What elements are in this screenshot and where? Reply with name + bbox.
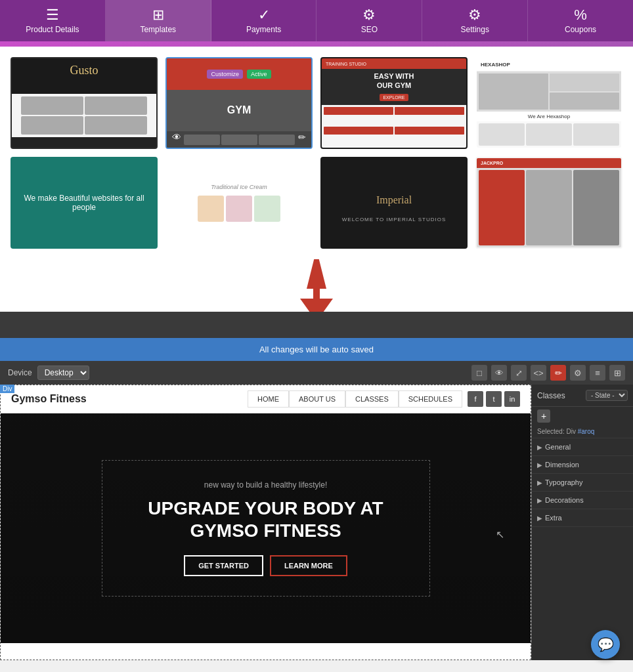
template-card-gym[interactable]: Customize Active GYM 👁 ✏ (165, 57, 313, 149)
easygym-hero: EASY WITHOUR GYM EXPLORE (322, 69, 466, 104)
easygym-item-4 (395, 127, 464, 135)
dimension-label: Dimension (545, 461, 579, 469)
preview-hero: new way to build a healthy lifestyle! UP… (1, 413, 531, 643)
icecream-thumb-1 (198, 196, 224, 222)
hexashop-product-3 (573, 123, 619, 146)
jackpro-title: JACKPRO (481, 161, 503, 165)
panel-section-typography: ▶ Typography (532, 474, 633, 492)
preview-nav-schedules[interactable]: SCHEDULES (399, 390, 462, 408)
dark-separator (0, 312, 633, 338)
device-tools: □ 👁 ⤢ <> ✏ ⚙ ≡ ⊞ (471, 365, 625, 381)
easygym-header: TRAINING STUDIO (322, 58, 466, 69)
easygym-item-3 (324, 127, 393, 135)
state-select[interactable]: - State - Hover Active (586, 390, 628, 401)
panel-section-dimension: ▶ Dimension (532, 456, 633, 474)
template-card-icecream[interactable]: Traditional Ice Cream (165, 157, 313, 249)
classes-label: Classes (537, 391, 583, 400)
jackpro-images (477, 168, 621, 247)
preview-hero-title: UPGRADE YOUR BODY AT GYMSO FITNESS (129, 497, 403, 541)
nav-item-seo[interactable]: ⚙ SEO (316, 0, 422, 41)
preview-nav-classes[interactable]: CLASSES (345, 390, 399, 408)
gym-body: GYM (167, 90, 311, 131)
editor-main: Div Gymso Fitness HOME ABOUT US CLASSES … (0, 385, 633, 660)
add-class-button[interactable]: + (537, 410, 550, 423)
gusto-header: Gusto (12, 58, 156, 94)
preview-nav-home[interactable]: HOME (248, 390, 289, 408)
preview-nav-links: HOME ABOUT US CLASSES SCHEDULES (248, 390, 462, 408)
nav-item-product-details[interactable]: ☰ Product Details (0, 0, 106, 41)
decorations-label: Decorations (545, 496, 584, 504)
gusto-thumb-1 (21, 96, 83, 115)
panel-section-extra: ▶ Extra (532, 509, 633, 527)
get-started-button[interactable]: GET STARTED (184, 555, 263, 576)
tool-code-btn[interactable]: <> (531, 365, 546, 381)
learn-more-button[interactable]: LEARN MORE (270, 555, 347, 576)
jackpro-img-3 (573, 170, 619, 245)
hexashop-tagline: We Are Hexashop (477, 112, 621, 121)
nav-item-coupons[interactable]: % Coupons (528, 0, 633, 41)
device-select[interactable]: Desktop Tablet Mobile (37, 366, 89, 380)
autosave-bar: All changes will be auto saved (0, 338, 633, 361)
tool-grid-btn[interactable]: ⊞ (609, 365, 625, 381)
panel-section-decorations-header[interactable]: ▶ Decorations (532, 492, 633, 509)
gusto-body (12, 94, 156, 137)
tool-settings-btn[interactable]: ⚙ (570, 365, 586, 381)
tool-menu-btn[interactable]: ≡ (590, 365, 605, 381)
general-label: General (545, 443, 571, 451)
chat-button[interactable]: 💬 (591, 630, 620, 659)
nav-label-payments: Payments (246, 25, 281, 34)
panel-section-general-header[interactable]: ▶ General (532, 438, 633, 455)
template-card-gusto[interactable]: Gusto (11, 57, 158, 149)
tool-fullscreen-btn[interactable]: ⤢ (511, 365, 527, 381)
extra-label: Extra (545, 514, 562, 522)
hexashop-logo: HEXASHOP (481, 62, 510, 68)
selected-type-label: Selected: (537, 428, 565, 435)
hexashop-hero (477, 72, 621, 112)
template-card-hexashop[interactable]: HEXASHOP We Are Hexashop (475, 57, 622, 149)
webdesign-text: We make Beautiful websites for all peopl… (12, 183, 156, 222)
jackpro-img-1 (479, 170, 525, 245)
panel-section-typography-header[interactable]: ▶ Typography (532, 474, 633, 491)
social-facebook[interactable]: f (468, 391, 483, 407)
imperial-subtitle: WELCOME TO IMPERIAL STUDIOS (342, 217, 446, 222)
nav-item-payments[interactable]: ✓ Payments (211, 0, 317, 41)
gym-thumb-1 (184, 135, 220, 145)
panel-section-dimension-header[interactable]: ▶ Dimension (532, 456, 633, 473)
tool-edit-btn[interactable]: ✏ (550, 365, 566, 381)
arrow-container (0, 259, 633, 312)
nav-label-coupons: Coupons (565, 25, 596, 34)
top-navigation: ☰ Product Details ⊞ Templates ✓ Payments… (0, 0, 633, 41)
dimension-arrow-icon: ▶ (537, 461, 542, 469)
eye-icon: 👁 (172, 132, 181, 142)
preview-nav-about[interactable]: ABOUT US (289, 390, 345, 408)
settings-icon: ⚙ (468, 8, 481, 22)
tool-select-btn[interactable]: □ (471, 365, 487, 381)
panel-section-extra-header[interactable]: ▶ Extra (532, 509, 633, 526)
payments-icon: ✓ (258, 8, 270, 22)
social-instagram[interactable]: in (504, 391, 520, 407)
template-card-imperial[interactable]: Imperial WELCOME TO IMPERIAL STUDIOS (320, 157, 468, 249)
imperial-title: Imperial (366, 184, 422, 217)
template-card-jackpro[interactable]: JACKPRO (475, 157, 622, 249)
social-twitter[interactable]: t (486, 391, 502, 407)
cursor-indicator: ↖ (496, 528, 504, 541)
nav-item-settings[interactable]: ⚙ Settings (422, 0, 528, 41)
svg-marker-1 (300, 299, 333, 312)
autosave-message: All changes will be auto saved (259, 345, 374, 354)
gusto-title: Gusto (17, 64, 151, 77)
extra-arrow-icon: ▶ (537, 514, 542, 522)
hexashop-header: HEXASHOP (477, 58, 621, 72)
nav-item-templates[interactable]: ⊞ Templates (106, 0, 211, 41)
product-details-icon: ☰ (46, 8, 59, 22)
template-card-easygym[interactable]: TRAINING STUDIO EASY WITHOUR GYM EXPLORE (320, 57, 468, 149)
easygym-hero-btn: EXPLORE (380, 94, 408, 101)
gym-customize-btn[interactable]: Customize (207, 70, 243, 79)
easygym-item-2 (395, 107, 464, 115)
template-card-webdesign[interactable]: We make Beautiful websites for all peopl… (11, 157, 158, 249)
gym-top-bar: Customize Active (167, 58, 311, 90)
preview-hero-buttons: GET STARTED LEARN MORE (129, 555, 403, 576)
preview-hero-content: new way to build a healthy lifestyle! UP… (102, 460, 430, 596)
preview-hero-subtitle: new way to build a healthy lifestyle! (129, 480, 403, 490)
tool-preview-btn[interactable]: 👁 (491, 365, 507, 381)
icecream-content: Traditional Ice Cream (192, 178, 286, 227)
